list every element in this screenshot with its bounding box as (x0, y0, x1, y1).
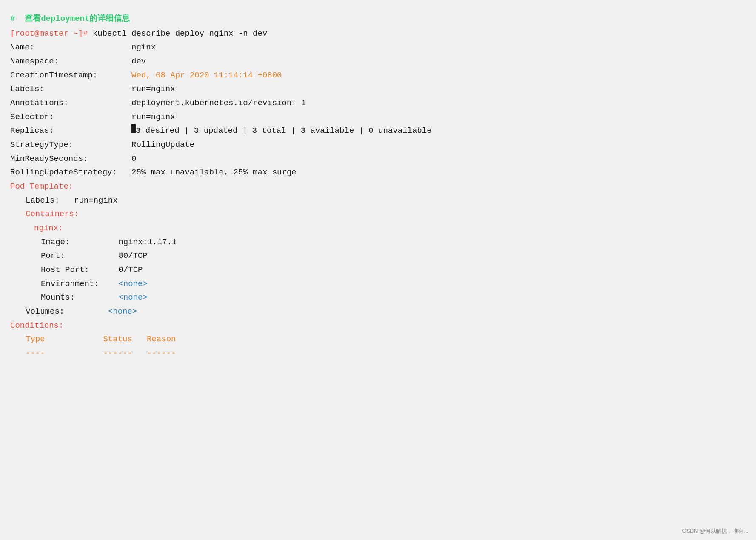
watermark: CSDN @何以解忧，唯有... (682, 527, 748, 535)
comment-hash: # (10, 12, 20, 26)
prompt-line: [root@master ~]# kubectl describe deploy… (10, 27, 746, 41)
field-creation-timestamp: CreationTimestamp: Wed, 08 Apr 2020 11:1… (10, 69, 746, 83)
conditions-columns: Type Status Reason (10, 332, 746, 346)
field-replicas: Replicas: 3 desired | 3 updated | 3 tota… (10, 124, 746, 138)
field-strategy-type: StrategyType: RollingUpdate (10, 138, 746, 152)
conditions-header: Conditions: (10, 319, 746, 333)
container-environment: Environment: <none> (10, 277, 746, 291)
comment-text: 查看deployment的详细信息 (20, 12, 130, 26)
container-image: Image: nginx:1.17.1 (10, 235, 746, 249)
field-name: Name: nginx (10, 40, 746, 54)
conditions-separator: ---- ------ ------ (10, 346, 746, 360)
field-labels: Labels: run=nginx (10, 82, 746, 96)
field-annotations: Annotations: deployment.kubernetes.io/re… (10, 96, 746, 110)
comment-line: # 查看deployment的详细信息 (10, 12, 746, 26)
field-namespace: Namespace: dev (10, 54, 746, 69)
container-mounts: Mounts: <none> (10, 291, 746, 305)
volumes: Volumes: <none> (10, 305, 746, 319)
pod-template-labels: Labels: run=nginx (10, 194, 746, 208)
container-host-port: Host Port: 0/TCP (10, 263, 746, 277)
field-selector: Selector: run=nginx (10, 110, 746, 124)
pod-template-header: Pod Template: (10, 180, 746, 194)
containers-header: Containers: (10, 207, 746, 221)
prompt-prefix: [root@master ~]# (10, 27, 93, 41)
prompt-command: kubectl describe deploy nginx -n dev (93, 27, 267, 41)
field-min-ready-seconds: MinReadySeconds: 0 (10, 152, 746, 166)
container-port: Port: 80/TCP (10, 249, 746, 263)
field-rolling-update-strategy: RollingUpdateStrategy: 25% max unavailab… (10, 166, 746, 180)
nginx-container-header: nginx: (10, 221, 746, 235)
terminal-window: # 查看deployment的详细信息 [root@master ~]# kub… (0, 0, 756, 540)
